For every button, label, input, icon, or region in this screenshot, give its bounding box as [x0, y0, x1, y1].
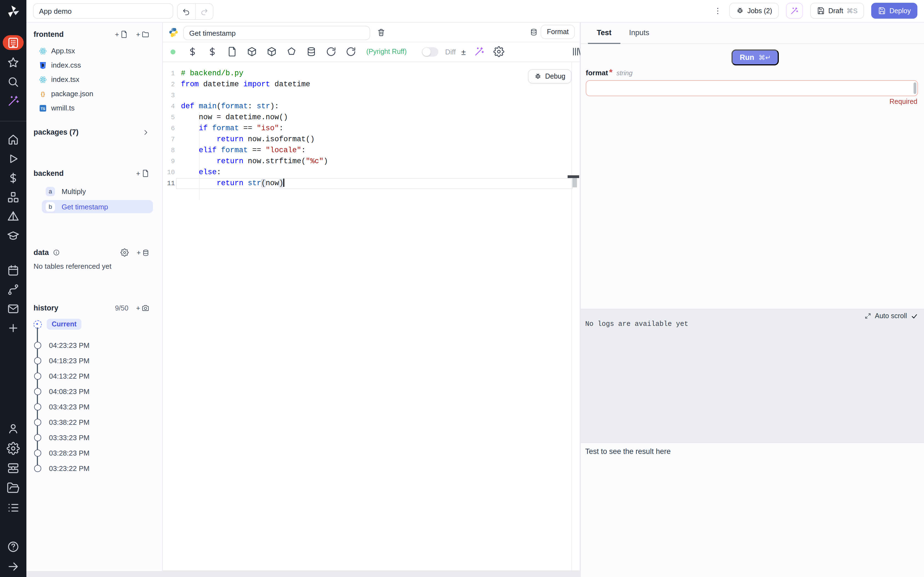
code-line[interactable]: 2from datetime import datetime [163, 79, 572, 90]
code-line[interactable]: 6 if format == "iso": [163, 123, 572, 134]
format-button[interactable]: Format [541, 25, 575, 39]
plus-minus-icon[interactable]: ± [461, 47, 465, 56]
tab-inputs[interactable]: Inputs [620, 22, 658, 44]
expand-icon[interactable] [864, 313, 871, 319]
file-item[interactable]: 3index.css [34, 58, 150, 72]
code-line[interactable]: 1# backend/b.py [163, 68, 572, 79]
format-field-input[interactable] [586, 80, 918, 96]
dollar-icon[interactable] [6, 171, 20, 185]
editor-scrollbar[interactable] [573, 178, 577, 187]
package-icon[interactable] [246, 47, 257, 56]
settings-gear-icon[interactable] [6, 442, 20, 455]
history-entry[interactable]: 03:43:23 PM [34, 401, 150, 412]
ai-wand-button[interactable] [786, 3, 803, 19]
arrow-right-icon[interactable] [6, 560, 20, 573]
search-icon[interactable] [6, 75, 20, 89]
add-snapshot-button[interactable]: + [136, 304, 150, 312]
history-entry[interactable]: 04:13:22 PM [34, 371, 150, 381]
code-line[interactable]: 9 return now.strftime("%c") [163, 156, 572, 167]
deploy-button[interactable]: Deploy [871, 3, 918, 19]
line-number: 9 [163, 156, 175, 167]
history-entry[interactable]: 03:38:22 PM [34, 417, 150, 427]
code-area[interactable]: 1# backend/b.py2from datetime import dat… [163, 62, 580, 571]
jobs-button[interactable]: Jobs (2) [729, 3, 779, 19]
history-timestamp: 03:23:22 PM [49, 464, 89, 472]
code-line[interactable]: 4def main(format: str): [163, 101, 572, 112]
code-line[interactable]: 7 return now.isoformat() [163, 134, 572, 145]
package-icon[interactable] [266, 47, 277, 56]
rotate-cw-icon[interactable] [346, 47, 356, 56]
worker-icon[interactable] [6, 462, 20, 475]
file-icon[interactable] [226, 47, 237, 56]
settings-gear-icon[interactable] [493, 47, 504, 56]
add-folder-button[interactable]: + [136, 30, 150, 39]
file-item[interactable]: index.tsx [34, 73, 150, 86]
packages-section-title[interactable]: packages (7) [34, 128, 79, 136]
kebab-menu-icon[interactable] [713, 6, 722, 16]
draft-button[interactable]: Draft ⌘S [810, 3, 864, 19]
mail-icon[interactable] [6, 302, 20, 316]
redo-button[interactable] [195, 4, 213, 19]
add-script-button[interactable]: + [136, 169, 150, 177]
shape-icon[interactable] [286, 47, 297, 56]
history-timestamp: 04:08:23 PM [49, 387, 89, 395]
add-table-button[interactable]: + [137, 249, 150, 256]
code-line[interactable]: 11 return str(now) [163, 178, 572, 189]
history-entry[interactable]: 04:08:23 PM [34, 386, 150, 397]
history-entry[interactable]: 03:33:23 PM [34, 432, 150, 443]
typescript-icon: TS [39, 103, 47, 112]
user-icon[interactable] [6, 422, 20, 435]
file-item[interactable]: {}package.json [34, 87, 150, 101]
rotate-cw-icon[interactable] [326, 47, 337, 56]
add-file-button[interactable]: + [115, 30, 128, 39]
prism-icon[interactable] [6, 210, 20, 223]
script-name-input[interactable] [183, 26, 370, 40]
script-item[interactable]: bGet timestamp [42, 200, 153, 213]
database-icon[interactable] [530, 28, 538, 36]
dollar-icon[interactable] [207, 47, 218, 56]
diff-toggle[interactable] [422, 47, 439, 56]
code-line[interactable]: 3 [163, 90, 572, 101]
graduation-cap-icon[interactable] [6, 229, 20, 242]
magic-wand-icon[interactable] [473, 47, 485, 56]
editor-scroll-gutter [572, 62, 572, 571]
calendar-icon[interactable] [6, 264, 20, 277]
chevron-right-icon[interactable] [142, 128, 150, 136]
cubes-icon[interactable] [6, 191, 20, 204]
debug-button[interactable]: Debug [528, 69, 572, 84]
plus-icon[interactable] [6, 321, 20, 335]
frontend-section-title: frontend [34, 30, 64, 39]
history-entry[interactable]: 04:18:23 PM [34, 355, 150, 366]
run-button[interactable]: Run ⌘↵ [732, 50, 779, 65]
history-entry[interactable]: 04:23:23 PM [34, 340, 150, 351]
editor-toolbar: (Pyright Ruff)Diff± [163, 42, 580, 62]
trash-icon[interactable] [377, 28, 386, 37]
dollar-icon[interactable] [187, 47, 198, 56]
gear-icon[interactable] [121, 248, 129, 256]
building-icon[interactable] [6, 36, 20, 50]
autoscroll-label[interactable]: Auto scroll [875, 312, 907, 320]
file-item[interactable]: App.tsx [34, 44, 150, 58]
code-line[interactable]: 10 else: [163, 167, 572, 178]
star-icon[interactable] [6, 56, 20, 69]
play-icon[interactable] [6, 152, 20, 165]
code-line[interactable]: 8 elif format == "locale": [163, 145, 572, 156]
history-entry[interactable]: 03:28:23 PM [34, 447, 150, 458]
history-current-item[interactable]: Current [34, 318, 81, 330]
test-panel-tabs: Test Inputs [581, 22, 924, 44]
history-dot-icon [34, 357, 41, 364]
route-icon[interactable] [6, 283, 20, 296]
home-icon[interactable] [6, 133, 20, 146]
help-icon[interactable] [6, 540, 20, 553]
folder-icon[interactable] [6, 481, 20, 495]
file-item[interactable]: TSwmill.ts [34, 101, 150, 115]
magic-wand-icon[interactable] [6, 95, 20, 108]
database-icon[interactable] [306, 47, 317, 56]
undo-button[interactable] [178, 4, 195, 19]
script-item[interactable]: aMultiply [42, 185, 153, 198]
code-line[interactable]: 5 now = datetime.now() [163, 112, 572, 123]
history-entry[interactable]: 03:23:22 PM [34, 463, 150, 474]
app-name-input[interactable] [33, 3, 173, 19]
tab-test[interactable]: Test [588, 22, 620, 44]
list-icon[interactable] [6, 501, 20, 514]
